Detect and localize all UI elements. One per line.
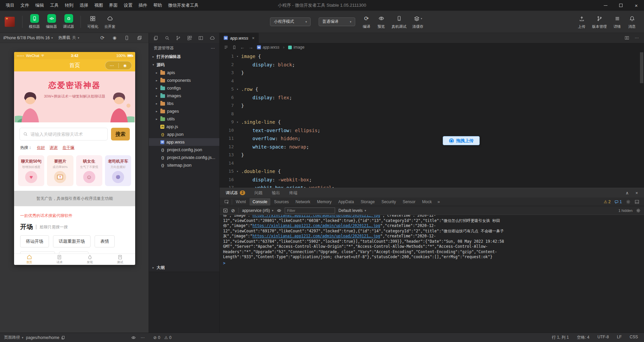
more-icon[interactable]: ⋯ — [141, 335, 145, 340]
close-panel-icon[interactable]: × — [635, 190, 638, 195]
collapse-panel-icon[interactable]: ∧ — [626, 190, 629, 195]
tree-folder-components[interactable]: ▸components — [149, 76, 219, 84]
menu-item[interactable]: 微信开发者工具 — [165, 0, 202, 11]
code-line[interactable]: 1▾image { — [220, 52, 644, 61]
git-branch-icon[interactable] — [176, 36, 181, 41]
panel-icon[interactable] — [198, 36, 203, 41]
devtools-tab[interactable]: Wxml — [233, 198, 249, 206]
tab-discover[interactable]: 发现 — [75, 254, 105, 265]
console-link[interactable]: https://xinlianai.app1212.com/admin/uplo… — [253, 215, 380, 218]
tree-file-project-config[interactable]: {}project.config.json — [149, 146, 219, 154]
menu-item[interactable]: 视图 — [91, 0, 106, 11]
code-line[interactable]: 11 overflow: hidden; — [220, 134, 644, 143]
menu-item[interactable]: 设置 — [121, 0, 136, 11]
code-line[interactable]: 5▾.row { — [220, 85, 644, 94]
context-select[interactable]: appservice (#5) ▾ — [242, 208, 273, 213]
more-icon[interactable]: ⋯ — [211, 46, 215, 51]
navigate-back-icon[interactable]: ← — [240, 45, 245, 50]
console-link[interactable]: https://xinlianai.app1212.com/admin/uplo… — [253, 234, 380, 238]
more-icon[interactable]: ⋯ — [635, 36, 639, 40]
inspect-icon[interactable] — [222, 199, 231, 204]
fold-toggle-icon[interactable]: ▾ — [234, 85, 241, 94]
search-input[interactable] — [31, 132, 104, 137]
menu-item[interactable]: 工具 — [47, 0, 62, 11]
statusbar-item[interactable]: 行 1, 列 1 — [552, 335, 569, 340]
promo-banner[interactable]: 恋爱密语神器 30W+撩妹话术一键复制解决尬聊话题 — [14, 71, 135, 122]
menu-item[interactable]: 插件 — [136, 0, 150, 11]
dock-layout-icon[interactable] — [635, 199, 639, 204]
console-filter-input[interactable] — [285, 208, 335, 214]
code-line[interactable]: 4 — [220, 77, 644, 86]
tree-folder-apis[interactable]: ▸apis — [149, 69, 219, 76]
extensions-icon[interactable] — [187, 36, 192, 41]
card-flirt-driver[interactable]: 老司机开车 方向盘握好 ☸ — [105, 155, 131, 186]
mode-select[interactable]: 小程序模式 ▾ — [270, 17, 311, 26]
code-line[interactable]: 2 display: block; — [220, 61, 644, 69]
remote-debug-button[interactable]: 真机调试 — [389, 14, 410, 29]
tree-file-app-json[interactable]: {}app.json — [149, 130, 219, 138]
compile-button[interactable]: ⟳ 编译 — [359, 14, 374, 29]
card-ask-photo[interactable]: 要照片 成功率90% ♥ — [47, 155, 73, 186]
menu-item[interactable]: 帮助 — [150, 0, 165, 11]
clear-cache-button[interactable]: ▾ 清缓存 — [410, 14, 427, 29]
chat-topic-button[interactable]: 话题重新开场 — [53, 235, 91, 247]
menu-item[interactable]: 转到 — [62, 0, 76, 11]
card-chat-openers[interactable]: 聊天前50句 秒增加好感度 ♥ — [18, 155, 44, 186]
tree-file-project-private-config[interactable]: {}project.private.config.js... — [149, 154, 219, 161]
hot-tag-link[interactable]: 谢谢 — [50, 145, 58, 151]
messages-button[interactable]: 消息 — [625, 14, 639, 29]
editor-tab-app-wxss[interactable]: W app.wxss × — [220, 33, 259, 43]
settings-gear-icon[interactable] — [626, 199, 631, 204]
code-line[interactable]: 17 -webkit-box-orient: vertical; — [220, 184, 644, 188]
code-line[interactable]: 7} — [220, 102, 644, 110]
tab-terminal[interactable]: 终端 — [289, 190, 298, 196]
search-box[interactable] — [19, 128, 108, 140]
log-levels-select[interactable]: Default levels ▾ — [338, 208, 366, 213]
hot-reload-toggle[interactable]: 热重载 关 ▾ — [58, 35, 79, 41]
statusbar-item[interactable]: 空格: 4 — [577, 335, 589, 340]
code-line[interactable]: 6 display: flex; — [220, 94, 644, 102]
code-editor[interactable]: 1▾image {2 display: block;3}45▾.row {6 d… — [220, 52, 644, 188]
navigate-forward-icon[interactable]: → — [249, 45, 253, 50]
hot-tag-link[interactable]: 在干嘛 — [62, 145, 74, 151]
tree-folder-pages[interactable]: ▸pages — [149, 107, 219, 115]
tree-folder-libs[interactable]: ▸libs — [149, 100, 219, 107]
breadcrumb-symbol[interactable]: image — [288, 45, 305, 50]
visualization-button[interactable]: 可视化 — [84, 14, 101, 29]
code-line[interactable]: 9▾.single-line { — [220, 118, 644, 126]
code-line[interactable]: 13} — [220, 151, 644, 159]
bookmark-icon[interactable] — [232, 45, 236, 50]
eye-icon[interactable] — [131, 335, 136, 340]
details-button[interactable]: 详情 — [610, 14, 625, 29]
fold-toggle-icon[interactable]: ▾ — [234, 118, 241, 126]
code-line[interactable]: 16 display: -webkit-box; — [220, 176, 644, 184]
fold-toggle-icon[interactable]: ▾ — [234, 167, 241, 176]
chat-topic-button[interactable]: 表情 — [95, 235, 115, 247]
devtools-tab[interactable]: Sources — [271, 198, 292, 206]
files-icon[interactable] — [153, 36, 158, 41]
devtools-tab[interactable]: Network — [292, 198, 313, 206]
compile-mode-select[interactable]: 普通编译 ▾ — [319, 17, 355, 26]
problems-summary[interactable]: ⊘ 0 ⚠ 0 — [149, 335, 174, 340]
tabs-overflow-icon[interactable]: » — [435, 199, 442, 204]
devtools-tab[interactable]: Memory — [314, 198, 334, 206]
editor-scrollbar[interactable] — [640, 52, 643, 83]
menu-item[interactable]: 选择 — [76, 0, 91, 11]
tree-folder-images[interactable]: ▸images — [149, 92, 219, 100]
open-editors-section[interactable]: ▸ 打开的编辑器 — [149, 53, 219, 61]
code-line[interactable]: 8 — [220, 110, 644, 118]
code-line[interactable]: 3} — [220, 69, 644, 77]
maximize-button[interactable] — [613, 0, 629, 11]
clear-console-icon[interactable]: ⊘ — [231, 208, 235, 213]
message-count[interactable]: 1 — [614, 199, 622, 204]
copy-path-icon[interactable] — [61, 336, 65, 340]
search-icon[interactable] — [165, 36, 170, 41]
tab-scripts[interactable]: 话术 — [44, 254, 74, 265]
upload-button[interactable]: 上传 — [574, 14, 589, 29]
split-editor-icon[interactable] — [625, 36, 629, 40]
tab-problems[interactable]: 问题 — [255, 190, 263, 196]
source-section[interactable]: ▾ 源码 — [149, 61, 219, 69]
tab-home[interactable]: 首页 — [14, 254, 44, 265]
devtools-tab[interactable]: Storage — [358, 198, 378, 206]
code-line[interactable]: 12 white-space: nowrap; — [220, 143, 644, 151]
